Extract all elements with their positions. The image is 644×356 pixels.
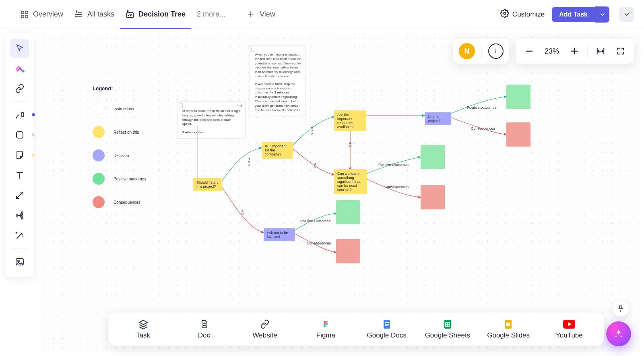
note-text: individually before regrouping. This is …	[255, 95, 301, 112]
svg-point-9	[75, 16, 76, 17]
svg-point-21	[16, 215, 18, 216]
insert-card-bar: Task Doc Website Figma Google Docs Googl…	[109, 313, 604, 346]
outcome-consequence[interactable]	[506, 122, 530, 147]
divider	[481, 45, 482, 57]
fullscreen-button[interactable]	[611, 43, 630, 60]
tab-all-tasks[interactable]: All tasks	[69, 0, 120, 29]
zoom-level[interactable]: 23%	[540, 47, 564, 56]
edge-label-yes: YES	[247, 158, 251, 167]
note-corner-icon	[251, 47, 255, 52]
list-pin-icon	[74, 10, 83, 19]
tool-ai-add[interactable]	[10, 59, 29, 78]
svg-rect-3	[25, 15, 28, 17]
tab-label: Overview	[33, 10, 63, 19]
svg-point-8	[75, 14, 76, 15]
pen-color-indicator	[32, 113, 35, 116]
legend-label: Consequences	[114, 200, 140, 205]
node-decision[interactable]: Do this project!	[425, 112, 451, 125]
fit-width-button[interactable]	[591, 43, 610, 60]
edge-label-consequences: Consequences	[471, 126, 495, 130]
svg-rect-48	[385, 325, 388, 326]
customize-button[interactable]: Customize	[500, 9, 545, 20]
tab-overview[interactable]: Overview	[14, 0, 69, 29]
ai-fab-button[interactable]	[606, 321, 631, 346]
zoom-in-button[interactable]	[565, 43, 584, 60]
edge-label-consequences: Consequences	[384, 185, 409, 189]
outcome-positive[interactable]	[336, 200, 360, 224]
user-avatar[interactable]: N	[459, 43, 475, 59]
insert-label: Google Sheets	[425, 331, 470, 339]
edge-label-no: NO	[349, 142, 352, 148]
svg-rect-54	[506, 323, 510, 326]
instruction-note[interactable]: When you're making a decision, the first…	[250, 45, 306, 116]
legend-swatch	[93, 196, 105, 208]
add-task-dropdown[interactable]	[595, 6, 609, 23]
tool-link[interactable]	[10, 79, 29, 98]
add-view-button[interactable]: View	[241, 0, 281, 29]
insert-label: Figma	[316, 331, 335, 339]
tool-shape[interactable]	[10, 125, 29, 145]
insert-task[interactable]: Task	[113, 315, 173, 343]
tab-decision-tree[interactable]: Decision Tree	[120, 0, 191, 29]
node-question[interactable]: Is it important for the company?	[262, 142, 293, 159]
tool-mindmap[interactable]	[10, 206, 29, 225]
tool-text[interactable]	[10, 166, 29, 185]
insert-google-slides[interactable]: Google Slides	[478, 315, 539, 343]
plus-icon	[247, 10, 256, 19]
svg-point-24	[21, 217, 23, 219]
insert-label: Task	[136, 331, 150, 339]
outcome-positive[interactable]	[421, 145, 445, 169]
insert-figma[interactable]: Figma	[295, 315, 356, 343]
legend-row: Decision	[93, 149, 146, 161]
zoom-out-button[interactable]	[520, 43, 539, 60]
tool-connector[interactable]	[10, 186, 29, 205]
figma-icon	[322, 319, 330, 330]
svg-rect-1	[25, 11, 28, 13]
legend-swatch	[93, 126, 105, 138]
tool-magic[interactable]	[10, 226, 29, 245]
tool-image[interactable]	[10, 252, 29, 271]
page-more-menu[interactable]	[619, 7, 634, 22]
add-task-button[interactable]: Add Task	[552, 7, 595, 22]
insert-youtube[interactable]: YouTube	[539, 315, 600, 343]
shape-color-indicator	[32, 133, 35, 137]
node-question[interactable]: Can we learn something significant that …	[334, 169, 367, 194]
tab-more[interactable]: 2 more...	[191, 0, 231, 29]
google-slides-icon	[504, 319, 512, 330]
youtube-icon	[563, 319, 575, 330]
tab-label: All tasks	[87, 10, 114, 19]
workspace: N 23% Legend: Instructions Reflect on th…	[0, 29, 644, 356]
node-decision[interactable]: Ask not to be involved	[264, 228, 295, 241]
node-question[interactable]: Should I start this project?	[193, 178, 222, 191]
legend-swatch	[93, 173, 105, 185]
svg-rect-2	[21, 15, 24, 17]
node-text: Should I start this project?	[196, 180, 219, 188]
tool-select[interactable]	[10, 39, 29, 58]
info-button[interactable]	[488, 43, 504, 59]
link-icon	[260, 319, 270, 330]
outcome-consequence[interactable]	[336, 239, 360, 263]
whiteboard-canvas[interactable]: N 23% Legend: Instructions Reflect on th…	[40, 33, 640, 352]
toolbar-divider	[12, 101, 28, 102]
tool-sticky[interactable]	[10, 145, 29, 165]
insert-google-docs[interactable]: Google Docs	[356, 315, 417, 343]
add-task-group: Add Task	[552, 6, 609, 23]
instruction-note[interactable]: In order to make the decision that is ri…	[177, 101, 246, 139]
insert-website[interactable]: Website	[235, 315, 295, 343]
outcome-positive[interactable]	[506, 85, 530, 109]
outcome-consequence[interactable]	[421, 185, 445, 209]
sticky-color-indicator	[32, 153, 35, 157]
svg-rect-47	[385, 324, 389, 325]
insert-doc[interactable]: Doc	[173, 315, 234, 343]
tool-pen[interactable]	[10, 105, 29, 124]
svg-point-10	[127, 10, 128, 11]
insert-google-sheets[interactable]: Google Sheets	[417, 315, 478, 343]
zoom-controls: 23%	[516, 39, 634, 64]
node-text: Are the important resources available?	[337, 113, 363, 129]
svg-point-4	[76, 10, 77, 11]
grid-icon	[20, 10, 29, 19]
node-question[interactable]: Are the important resources available?	[334, 110, 366, 131]
doc-icon	[199, 319, 209, 330]
pin-button[interactable]	[613, 300, 629, 317]
insert-label: YouTube	[556, 331, 583, 339]
